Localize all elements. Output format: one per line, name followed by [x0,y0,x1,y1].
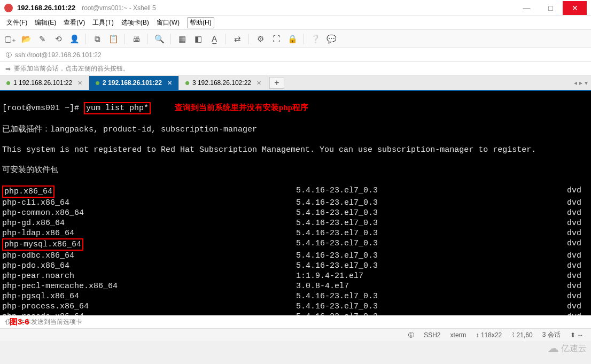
window-title: 192.168.26.101:22 [17,4,75,12]
package-row: php-pear.noarch1:1.9.4-21.el7dvd [2,271,589,281]
tab-add-button[interactable]: + [269,77,284,89]
lock-icon[interactable]: 🔒 [287,34,297,44]
package-row: php-odbc.x86_645.4.16-23.el7_0.3dvd [2,251,589,261]
tab-label: 3 192.168.26.102:22 [192,79,251,87]
highlighted-package: php.x86_64 [2,185,55,198]
tab-nav-arrows[interactable]: ◂▸▾ [571,76,591,90]
hint-bar: ➡ 要添加当前会话，点击左侧的箭头按钮。 [0,62,591,76]
menu-view[interactable]: 查看(V) [64,18,85,27]
lock-small-icon: 🛈 [5,51,12,59]
package-row: php-recode.x86_645.4.16-23.el7_0.3dvd [2,312,589,315]
package-row: php-common.x86_645.4.16-23.el7_0.3dvd [2,208,589,218]
terminal-pane[interactable]: [root@vms001 ~]# yum list php* 查询到当前系统里并… [0,91,591,315]
package-row: php-mysql.x86_645.4.16-23.el7_0.3dvd [2,238,589,251]
menu-help[interactable]: 帮助(H) [187,17,214,28]
package-row: php-ldap.x86_645.4.16-23.el7_0.3dvd [2,228,589,238]
color-icon[interactable]: ◧ [193,34,203,44]
cloud-icon: ☁ [547,342,559,355]
tab-session-1[interactable]: 1 192.168.26.101:22 ✕ [0,76,89,90]
menu-bar: 文件(F) 编辑(E) 查看(V) 工具(T) 选项卡(B) 窗口(W) 帮助(… [0,16,591,30]
package-row: php-cli.x86_645.4.16-23.el7_0.3dvd [2,198,589,208]
close-button[interactable]: ✕ [563,1,587,15]
status-pos: 21,60 [517,331,533,339]
status-term: xterm [450,331,466,339]
reconnect-icon[interactable]: ⟲ [53,34,63,44]
caret-icon: ⸾ [511,331,516,339]
menu-tools[interactable]: 工具(T) [92,18,113,27]
copy-icon[interactable]: ⧉ [92,34,102,44]
minimize-button[interactable]: — [515,1,539,15]
tab-close-icon[interactable]: ✕ [256,80,261,87]
title-bar: 192.168.26.101:22 root@vms001:~ - Xshell… [0,0,591,16]
tab-session-2[interactable]: 2 192.168.26.101:22 ✕ [89,76,179,90]
print-icon[interactable]: 🖶 [131,34,141,44]
status-bar: 🛈 SSH2 xterm ↕ 118x22 ⸾ 21,60 3 会话 ⬍ ↔ [0,328,591,341]
package-row: php-gd.x86_645.4.16-23.el7_0.3dvd [2,218,589,228]
tab-strip: 1 192.168.26.101:22 ✕ 2 192.168.26.101:2… [0,76,591,91]
package-row: php-process.x86_645.4.16-23.el7_0.3dvd [2,301,589,312]
help-icon[interactable]: ❔ [310,34,320,44]
fullscreen-icon[interactable]: ⛶ [271,34,281,44]
watermark: ☁ 亿速云 [547,342,587,355]
status-arrows-icon[interactable]: ⬍ ↔ [570,331,584,339]
transfer-icon[interactable]: ⇄ [232,34,242,44]
app-icon [4,4,13,12]
menu-file[interactable]: 文件(F) [6,18,27,27]
figure-label: 图3-6 [10,317,29,327]
hint-text: 要添加当前会话，点击左侧的箭头按钮。 [14,64,129,73]
status-conn: SSH2 [424,331,440,339]
bookmark-arrow-icon[interactable]: ➡ [5,65,11,73]
footer-hint: 图3-6 仅将文本发送到当前选项卡 [0,315,591,328]
status-dot-icon [6,81,10,85]
tab-close-icon[interactable]: ✕ [167,80,172,87]
resize-icon: ↕ [476,331,481,339]
package-row: php-pgsql.x86_645.4.16-23.el7_0.3dvd [2,291,589,301]
package-row: php-pdo.x86_645.4.16-23.el7_0.3dvd [2,261,589,271]
font-icon[interactable]: A̲ [209,34,219,44]
paste-icon[interactable]: 📋 [108,34,118,44]
tab-label: 2 192.168.26.101:22 [103,79,162,87]
status-dot-icon [96,81,99,85]
layout-icon[interactable]: ▦ [177,34,187,44]
menu-window[interactable]: 窗口(W) [157,18,180,27]
package-row: php-pecl-memcache.x86_643.0.8-4.el7dvd [2,281,589,291]
tab-session-3[interactable]: 3 192.168.26.102:22 ✕ [179,76,268,90]
status-conn-icon: 🛈 [408,331,414,339]
profile-icon[interactable]: 👤 [69,34,79,44]
menu-edit[interactable]: 编辑(E) [35,18,56,27]
highlighted-package: php-mysql.x86_64 [2,238,83,251]
tab-close-icon[interactable]: ✕ [77,80,82,87]
settings-icon[interactable]: ⚙ [255,34,265,44]
tab-label: 1 192.168.26.101:22 [13,79,72,87]
search-icon[interactable]: 🔍 [154,34,164,44]
highlighted-command: yum list php* [84,102,151,114]
menu-tabs[interactable]: 选项卡(B) [121,18,149,27]
address-bar: 🛈 ssh://root@192.168.26.101:22 [0,48,591,62]
chat-icon[interactable]: 💬 [326,34,336,44]
send-icon[interactable]: ✎ [37,34,47,44]
package-row: php.x86_645.4.16-23.el7_0.3dvd [2,185,589,198]
maximize-button[interactable]: □ [539,1,563,15]
address-text[interactable]: ssh://root@192.168.26.101:22 [15,51,102,59]
toolbar: ▢₊ 📂 ✎ ⟲ 👤 ⧉ 📋 🖶 🔍 ▦ ◧ A̲ ⇄ ⚙ ⛶ 🔒 ❔ 💬 [0,30,591,48]
open-icon[interactable]: 📂 [21,34,31,44]
status-size: 118x22 [481,331,502,339]
new-session-icon[interactable]: ▢₊ [5,34,15,44]
annotation-text: 查询到当前系统里并没有安装php程序 [175,103,308,112]
status-sessions: 3 会话 [542,330,561,339]
window-subtitle: root@vms001:~ - Xshell 5 [82,4,156,12]
status-dot-icon [185,81,189,85]
